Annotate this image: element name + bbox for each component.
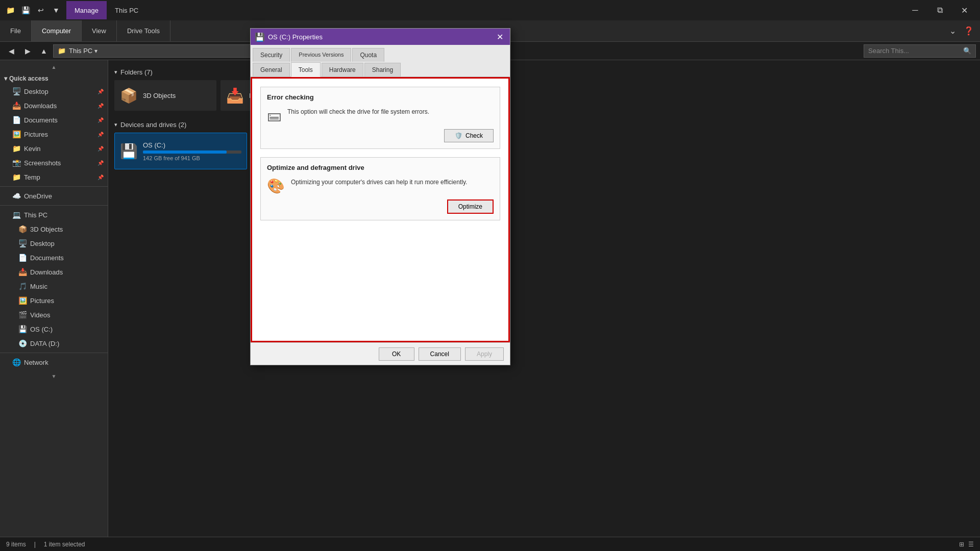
view-large-icon[interactable]: ⊞ [959,541,964,548]
sidebar-item-documents2[interactable]: 📄 Documents [0,251,108,265]
dialog-footer: OK Cancel Apply [251,342,510,365]
shield-icon: 🛡️ [455,132,462,139]
minimize-button[interactable]: ─ [903,2,927,18]
music-icon: 🎵 [18,282,27,290]
dialog-body: Error checking 🖴 This option will check … [251,77,510,342]
error-checking-section: Error checking 🖴 This option will check … [260,87,500,149]
sidebar-item-temp[interactable]: 📁 Temp 📌 [0,170,108,184]
sidebar-item-videos[interactable]: 🎬 Videos [0,308,108,322]
chevron-drives-icon: ▾ [114,121,117,128]
folder-3dobjects[interactable]: 📦 3D Objects [114,80,216,111]
downloads2-icon: 📥 [18,268,27,276]
screenshots-icon: 📸 [12,159,21,167]
address-arrow: ▾ [94,47,97,55]
sidebar-item-onedrive[interactable]: ☁️ OneDrive [0,189,108,203]
sidebar-item-pictures2[interactable]: 🖼️ Pictures [0,293,108,308]
dialog-title-text: OS (C:) Properties [268,33,491,41]
save-icon[interactable]: 💾 [19,4,32,16]
search-placeholder: Search This... [868,47,909,55]
search-box[interactable]: Search This... 🔍 [864,44,976,58]
folder-icon: 📁 [4,4,16,16]
expand-icon[interactable]: ⌄ [945,24,960,38]
optimize-content: 🎨 Optimizing your computer's drives can … [267,178,494,194]
sidebar-item-3dobjects[interactable]: 📦 3D Objects [0,222,108,236]
check-button[interactable]: 🛡️ Check [444,129,494,142]
expand-ribbon-icon[interactable]: ▼ [50,4,62,16]
chevron-folders-icon: ▾ [114,69,117,76]
forward-button[interactable]: ▶ [20,44,35,58]
apply-button[interactable]: Apply [465,347,504,361]
sidebar-item-osc[interactable]: 💾 OS (C:) [0,322,108,336]
sidebar-item-desktop[interactable]: 🖥️ Desktop 📌 [0,84,108,98]
3dobjects-icon: 📦 [18,225,27,233]
title-bar-icons: 📁 💾 ↩ ▼ [4,4,62,16]
tab-previous-versions[interactable]: Previous Versions [291,48,351,62]
drive-osc[interactable]: 💾 OS (C:) 142 GB free of 941 GB [114,133,247,169]
ribbon-tab-computer[interactable]: Computer [32,20,82,41]
sidebar-item-downloads2[interactable]: 📥 Downloads [0,265,108,279]
tab-hardware[interactable]: Hardware [322,63,363,77]
undo-icon[interactable]: ↩ [35,4,47,16]
window-controls: ─ ⧉ ✕ [903,2,976,18]
sidebar-item-kevin[interactable]: 📁 Kevin 📌 [0,141,108,156]
ok-button[interactable]: OK [379,347,414,361]
sidebar-item-network[interactable]: 🌐 Network [0,355,108,369]
ribbon-tab-file[interactable]: File [0,20,32,41]
divider-2 [0,205,108,206]
ribbon-tab-view[interactable]: View [82,20,117,41]
hdd-icon: 🖴 [267,107,281,124]
documents2-icon: 📄 [18,254,27,262]
tab-sharing[interactable]: Sharing [364,63,401,77]
tab-quota[interactable]: Quota [352,48,384,62]
check-btn-area: 🛡️ Check [267,129,494,142]
close-button[interactable]: ✕ [952,2,976,18]
scroll-up-arrow[interactable]: ▲ [51,63,58,71]
tab-general[interactable]: General [253,63,290,77]
sidebar-item-screenshots[interactable]: 📸 Screenshots 📌 [0,156,108,170]
sidebar-item-datad[interactable]: 💿 DATA (D:) [0,336,108,350]
status-bar: 9 items | 1 item selected ⊞ ☰ [0,537,980,551]
sidebar-item-music[interactable]: 🎵 Music [0,279,108,293]
optimize-icon: 🎨 [267,178,285,194]
restore-button[interactable]: ⧉ [928,2,951,18]
optimize-section: Optimize and defragment drive 🎨 Optimizi… [260,157,500,220]
folders-grid: 📦 3D Objects 📥 Downloads 🎬 Videos [114,80,974,111]
optimize-button[interactable]: Optimize [447,199,494,214]
divider-1 [0,186,108,187]
sidebar: ▲ ▾ Quick access 🖥️ Desktop 📌 📥 Download… [0,60,108,537]
help-icon[interactable]: ❓ [962,24,976,38]
sidebar-item-documents[interactable]: 📄 Documents 📌 [0,113,108,127]
drives-section-header: ▾ Devices and drives (2) [114,119,974,133]
scroll-down-arrow[interactable]: ▼ [51,372,58,380]
title-text: This PC [109,7,144,14]
selected-count: 1 item selected [44,541,85,548]
kevin-icon: 📁 [12,144,21,153]
manage-tab[interactable]: Manage [66,1,107,19]
up-button[interactable]: ▲ [37,44,51,58]
sidebar-item-desktop2[interactable]: 🖥️ Desktop [0,236,108,251]
folder-downloads-icon: 📥 [226,87,244,104]
sidebar-quick-access-header: ▾ Quick access [0,72,108,84]
desktop2-icon: 🖥️ [18,239,27,247]
ribbon-tab-drivetools[interactable]: Drive Tools [117,20,170,41]
status-right: ⊞ ☰ [959,541,974,548]
folders-section-header: ▾ Folders (7) [114,66,974,80]
cancel-button[interactable]: Cancel [419,347,461,361]
pictures2-icon: 🖼️ [18,296,27,305]
properties-dialog: 💾 OS (C:) Properties ✕ Security Previous… [250,28,510,365]
dialog-title-bar: 💾 OS (C:) Properties ✕ [251,29,510,45]
sidebar-item-downloads[interactable]: 📥 Downloads 📌 [0,98,108,113]
temp-icon: 📁 [12,173,21,181]
error-checking-description: This option will check the drive for fil… [287,107,494,116]
sidebar-item-thispc[interactable]: 💻 This PC [0,208,108,222]
tab-security[interactable]: Security [253,48,290,62]
view-list-icon[interactable]: ☰ [968,541,974,548]
downloads-icon: 📥 [12,102,21,110]
optimize-description: Optimizing your computer's drives can he… [291,178,494,187]
pin-icon: 📌 [97,89,104,94]
pin-icon-doc: 📌 [97,117,104,123]
sidebar-item-pictures[interactable]: 🖼️ Pictures 📌 [0,127,108,141]
tab-tools[interactable]: Tools [291,62,321,77]
dialog-close-button[interactable]: ✕ [494,31,506,43]
back-button[interactable]: ◀ [4,44,18,58]
